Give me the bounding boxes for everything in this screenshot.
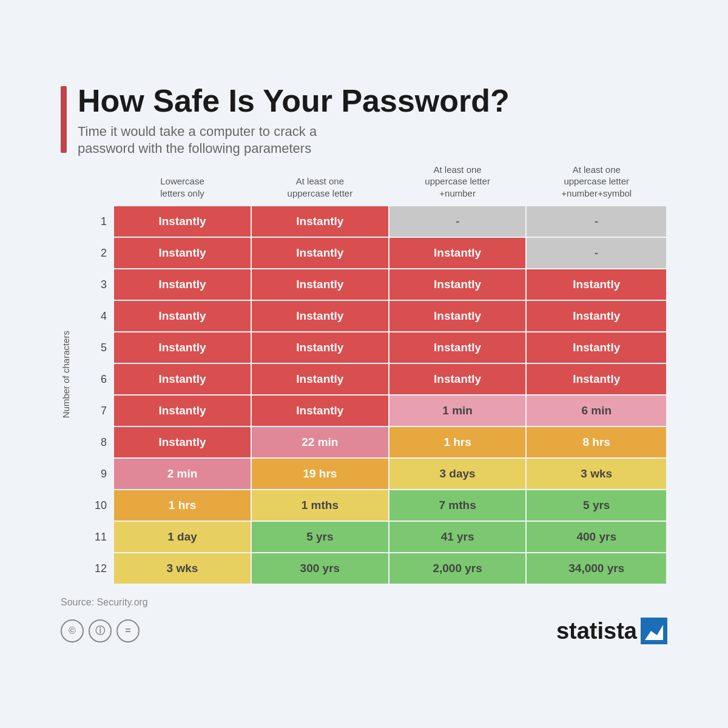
table-cell: Instantly xyxy=(251,395,389,426)
table-cell: 3 wks xyxy=(113,553,251,584)
table-cell: Instantly xyxy=(526,300,667,332)
table-cell: 1 mths xyxy=(251,490,389,521)
table-cell: Instantly xyxy=(389,300,527,332)
row-number: 10 xyxy=(77,490,113,521)
col-header-3: At least oneuppercase letter+number xyxy=(389,164,527,206)
col-header-4: At least oneuppercase letter+number+symb… xyxy=(526,164,667,206)
table-cell: - xyxy=(389,206,527,237)
footer: © ⓘ = statista xyxy=(61,618,667,644)
table-cell: 5 yrs xyxy=(526,490,667,521)
table-cell: 1 day xyxy=(113,521,251,553)
corner-header xyxy=(77,164,113,206)
table-cell: 22 min xyxy=(251,426,389,458)
table-cell: - xyxy=(526,237,667,269)
table-cell: Instantly xyxy=(251,206,389,237)
password-table: Lowercaseletters only At least oneupperc… xyxy=(77,164,667,585)
row-number: 6 xyxy=(77,363,113,395)
table-cell: 8 hrs xyxy=(526,426,667,458)
table-cell: Instantly xyxy=(251,300,389,332)
table-cell: 2 min xyxy=(113,458,251,490)
main-title: How Safe Is Your Password? xyxy=(78,84,510,118)
table-cell: 41 yrs xyxy=(389,521,527,553)
table-row: 3InstantlyInstantlyInstantlyInstantly xyxy=(77,269,667,300)
col-header-1: Lowercaseletters only xyxy=(113,164,251,206)
table-row: 8Instantly22 min1 hrs8 hrs xyxy=(77,426,667,458)
table-cell: 1 hrs xyxy=(113,490,251,521)
table-row: 2InstantlyInstantlyInstantly- xyxy=(77,237,667,269)
row-number: 2 xyxy=(77,237,113,269)
table-cell: - xyxy=(526,206,667,237)
table-cell: Instantly xyxy=(389,363,527,395)
row-number: 12 xyxy=(77,553,113,584)
row-number: 9 xyxy=(77,458,113,490)
row-number: 1 xyxy=(77,206,113,237)
table-cell: Instantly xyxy=(389,269,527,300)
table-cell: Instantly xyxy=(113,269,251,300)
title-text: How Safe Is Your Password? Time it would… xyxy=(78,84,510,158)
table-row: 6InstantlyInstantlyInstantlyInstantly xyxy=(77,363,667,395)
table-cell: Instantly xyxy=(526,332,667,363)
statista-logo xyxy=(641,618,667,644)
row-number: 4 xyxy=(77,300,113,332)
table-cell: 1 hrs xyxy=(389,426,527,458)
red-accent-bar xyxy=(61,86,67,153)
table-row: 111 day5 yrs41 yrs400 yrs xyxy=(77,521,667,553)
table-cell: 2,000 yrs xyxy=(389,553,527,584)
table-cell: Instantly xyxy=(526,269,667,300)
no-derivs-icon: = xyxy=(116,619,140,642)
table-row: 101 hrs1 mths7 mths5 yrs xyxy=(77,490,667,521)
vertical-axis-label: Number of characters xyxy=(61,331,71,418)
row-number: 7 xyxy=(77,395,113,426)
table-cell: Instantly xyxy=(251,237,389,269)
table-row: 7InstantlyInstantly1 min6 min xyxy=(77,395,667,426)
table-row: 92 min19 hrs3 days3 wks xyxy=(77,458,667,490)
table-row: 5InstantlyInstantlyInstantlyInstantly xyxy=(77,332,667,363)
statista-text: statista xyxy=(556,618,637,644)
table-cell: 34,000 yrs xyxy=(526,553,667,584)
table-cell: 300 yrs xyxy=(251,553,389,584)
attribution-icon: ⓘ xyxy=(89,619,112,642)
table-cell: 3 days xyxy=(389,458,527,490)
table-row: 1InstantlyInstantly-- xyxy=(77,206,667,237)
table-cell: 3 wks xyxy=(526,458,667,490)
row-number: 3 xyxy=(77,269,113,300)
table-cell: Instantly xyxy=(113,363,251,395)
table-cell: Instantly xyxy=(251,269,389,300)
table-cell: 6 min xyxy=(526,395,667,426)
table-row: 123 wks300 yrs2,000 yrs34,000 yrs xyxy=(77,553,667,584)
table-row: 4InstantlyInstantlyInstantlyInstantly xyxy=(77,300,667,332)
card: How Safe Is Your Password? Time it would… xyxy=(30,59,698,669)
svg-marker-0 xyxy=(645,625,663,640)
table-cell: Instantly xyxy=(389,332,527,363)
col-header-2: At least oneuppercase letter xyxy=(251,164,389,206)
table-container: Number of characters Lowercaseletters on… xyxy=(61,164,667,585)
table-cell: Instantly xyxy=(526,363,667,395)
table-cell: 400 yrs xyxy=(526,521,667,553)
row-number: 8 xyxy=(77,426,113,458)
cc-icon: © xyxy=(61,619,84,642)
table-cell: Instantly xyxy=(113,300,251,332)
table-cell: Instantly xyxy=(251,332,389,363)
table-cell: 7 mths xyxy=(389,490,527,521)
table-cell: Instantly xyxy=(113,237,251,269)
row-number: 11 xyxy=(77,521,113,553)
title-block: How Safe Is Your Password? Time it would… xyxy=(61,84,667,158)
table-cell: 1 min xyxy=(389,395,527,426)
statista-brand: statista xyxy=(556,618,667,644)
source-text: Source: Security.org xyxy=(61,597,667,608)
table-cell: Instantly xyxy=(113,395,251,426)
table-cell: Instantly xyxy=(251,363,389,395)
table-cell: Instantly xyxy=(389,237,527,269)
table-cell: Instantly xyxy=(113,206,251,237)
table-cell: 5 yrs xyxy=(251,521,389,553)
cc-icons: © ⓘ = xyxy=(61,619,140,642)
subtitle: Time it would take a computer to crack a… xyxy=(78,123,510,158)
row-number: 5 xyxy=(77,332,113,363)
table-cell: 19 hrs xyxy=(251,458,389,490)
table-cell: Instantly xyxy=(113,426,251,458)
table-cell: Instantly xyxy=(113,332,251,363)
